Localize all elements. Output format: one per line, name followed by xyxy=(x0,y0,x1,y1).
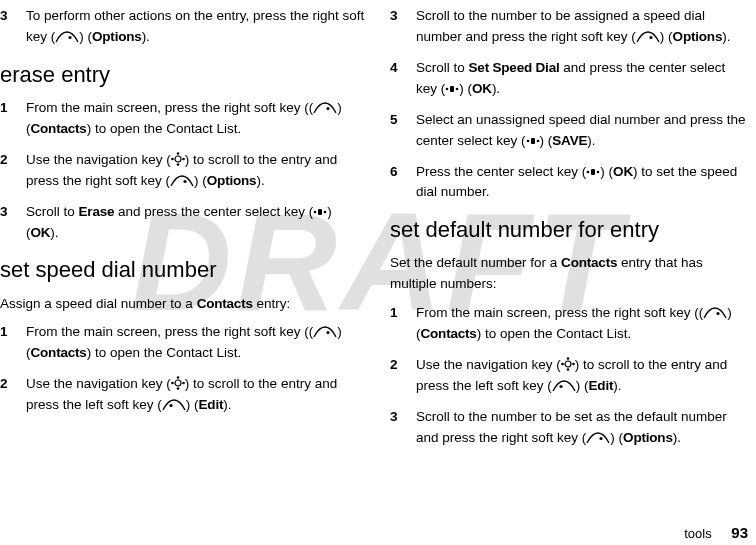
svg-point-35 xyxy=(600,437,603,440)
step-number: 3 xyxy=(0,202,26,244)
text: ). xyxy=(50,225,58,240)
svg-point-32 xyxy=(561,363,564,366)
svg-point-31 xyxy=(567,368,570,371)
step-body: From the main screen, press the right so… xyxy=(416,303,750,345)
svg-point-34 xyxy=(559,385,562,388)
left-softkey-icon xyxy=(552,380,576,392)
text: ). xyxy=(142,29,150,44)
options-label: Options xyxy=(673,29,723,44)
svg-point-30 xyxy=(567,357,570,360)
text: Use the navigation key ( xyxy=(26,376,171,391)
text: Use the navigation key ( xyxy=(416,357,561,372)
edit-label: Edit xyxy=(589,378,614,393)
text: ) ( xyxy=(79,29,92,44)
nav-key-icon xyxy=(561,357,575,371)
text: entry: xyxy=(253,296,291,311)
text: ) to open the Contact List. xyxy=(87,345,242,360)
right-softkey-icon xyxy=(313,326,337,338)
options-label: Options xyxy=(92,29,142,44)
nav-key-icon xyxy=(171,152,185,166)
erase-step-1: 1 From the main screen, press the right … xyxy=(0,98,366,140)
step-number: 1 xyxy=(0,98,26,140)
set-speed-dial-label: Set Speed Dial xyxy=(469,60,560,75)
speed-step-2: 2 Use the navigation key () to scroll to… xyxy=(0,374,366,416)
default-steps: 1 From the main screen, press the right … xyxy=(390,303,750,449)
erase-step-2: 2 Use the navigation key () to scroll to… xyxy=(0,150,366,192)
left-softkey-icon xyxy=(162,399,186,411)
svg-point-29 xyxy=(565,361,571,367)
erase-entry-steps: 1 From the main screen, press the right … xyxy=(0,98,366,244)
step-body: Press the center select key () (OK) to s… xyxy=(416,162,750,204)
step-number: 6 xyxy=(390,162,416,204)
options-label: Options xyxy=(207,173,257,188)
erase-entry-heading: erase entry xyxy=(0,58,366,92)
text: ) ( xyxy=(600,164,613,179)
step-number: 2 xyxy=(0,374,26,416)
svg-point-28 xyxy=(717,312,720,315)
text: From the main screen, press the right so… xyxy=(416,305,699,320)
step-3-options: 3 To perform other actions on the entry,… xyxy=(0,6,366,48)
right-softkey-icon xyxy=(636,31,660,43)
step-body: Scroll to Erase and press the center sel… xyxy=(26,202,366,244)
svg-point-25 xyxy=(587,170,590,173)
right-softkey-icon xyxy=(703,307,727,319)
nav-key-icon xyxy=(171,376,185,390)
two-column-layout: 3 To perform other actions on the entry,… xyxy=(0,0,756,517)
text: ). xyxy=(223,397,231,412)
speed-step-4: 4 Scroll to Set Speed Dial and press the… xyxy=(390,58,750,100)
text: ) ( xyxy=(459,81,472,96)
right-softkey-icon xyxy=(170,175,194,187)
default-step-2: 2 Use the navigation key () to scroll to… xyxy=(390,355,750,397)
svg-point-7 xyxy=(183,180,186,183)
right-softkey-icon xyxy=(586,432,610,444)
contacts-label: Contacts xyxy=(561,255,617,270)
right-column: 3 Scroll to the number to be assigned a … xyxy=(378,0,756,517)
ok-label: OK xyxy=(31,225,51,240)
text: ) to open the Contact List. xyxy=(87,121,242,136)
text: and press the center select key ( xyxy=(114,204,313,219)
text: ) ( xyxy=(194,173,207,188)
footer-page-number: 93 xyxy=(731,524,748,541)
svg-point-11 xyxy=(327,331,330,334)
svg-rect-21 xyxy=(450,86,454,92)
contacts-label: Contacts xyxy=(197,296,253,311)
center-select-icon xyxy=(445,83,459,95)
svg-point-4 xyxy=(177,163,180,166)
erase-step-3: 3 Scroll to Erase and press the center s… xyxy=(0,202,366,244)
text: ) ( xyxy=(186,397,199,412)
step-number: 3 xyxy=(0,6,26,48)
text: ). xyxy=(613,378,621,393)
step-body: Scroll to Set Speed Dial and press the c… xyxy=(416,58,750,100)
ok-label: OK xyxy=(472,81,492,96)
text: Use the navigation key ( xyxy=(26,152,171,167)
right-softkey-icon xyxy=(55,31,79,43)
prev-section-continued: 3 To perform other actions on the entry,… xyxy=(0,6,366,48)
text: ). xyxy=(587,133,595,148)
text: ) ( xyxy=(576,378,589,393)
text: ) to open the Contact List. xyxy=(477,326,632,341)
speed-steps: 1 From the main screen, press the right … xyxy=(0,322,366,416)
svg-rect-10 xyxy=(318,209,322,215)
step-body: From the main screen, press the right so… xyxy=(26,322,366,364)
right-softkey-icon xyxy=(313,102,337,114)
ok-label: OK xyxy=(613,164,633,179)
options-label: Options xyxy=(623,430,673,445)
text: Scroll to xyxy=(416,60,469,75)
svg-point-0 xyxy=(69,36,72,39)
svg-point-5 xyxy=(171,157,174,160)
step-body: To perform other actions on the entry, p… xyxy=(26,6,366,48)
step-number: 1 xyxy=(0,322,26,364)
step-body: Select an unassigned speed dial number a… xyxy=(416,110,750,152)
step-body: Scroll to the number to be assigned a sp… xyxy=(416,6,750,48)
svg-point-8 xyxy=(314,210,317,213)
set-speed-dial-heading: set speed dial number xyxy=(0,253,366,287)
text: ). xyxy=(492,81,500,96)
speed-step-1: 1 From the main screen, press the right … xyxy=(0,322,366,364)
save-label: SAVE xyxy=(552,133,587,148)
default-step-3: 3 Scroll to the number to be set as the … xyxy=(390,407,750,449)
speed-step-6: 6 Press the center select key () (OK) to… xyxy=(390,162,750,204)
speed-intro: Assign a speed dial number to a Contacts… xyxy=(0,294,366,315)
svg-point-17 xyxy=(169,404,172,407)
step-number: 5 xyxy=(390,110,416,152)
text: Set the default number for a xyxy=(390,255,561,270)
